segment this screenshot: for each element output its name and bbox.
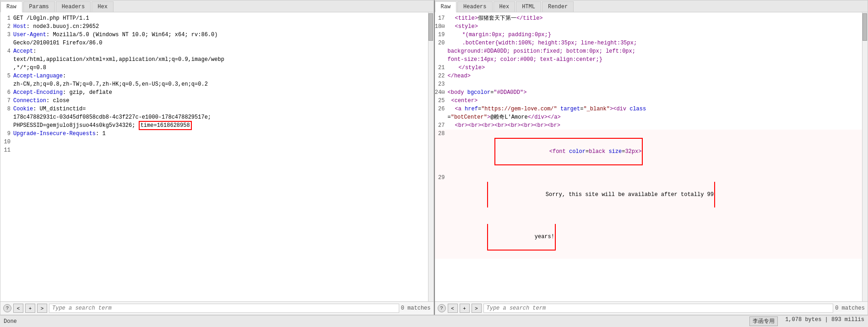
table-row: 20 .botCenter{width:100%; height:35px; l… [435, 39, 863, 47]
status-label: 李函专用 [749, 316, 778, 326]
right-pane: Raw Headers Hex HTML Render 17 <title>假猪… [434, 0, 868, 315]
table-row: 9 Upgrade-Insecure-Requests: 1 [0, 130, 428, 138]
left-tab-bar: Raw Params Headers Hex [0, 0, 434, 12]
status-done: Done [4, 318, 17, 325]
highlight-time: time=1618628958 [139, 121, 192, 130]
right-tab-html[interactable]: HTML [516, 1, 541, 12]
table-row: 8 Cookie: UM_distinctid= [0, 105, 428, 113]
right-scrollbar-thumb[interactable] [863, 13, 867, 41]
left-scrollbar[interactable] [428, 12, 434, 301]
right-tab-hex[interactable]: Hex [494, 1, 515, 12]
table-row: 10 [0, 138, 428, 146]
table-row: ,*/*;q=0.8 [0, 64, 428, 72]
right-search-input[interactable] [483, 304, 834, 313]
table-row: 28 <font color=black size=32px> [435, 130, 863, 174]
left-plus-button[interactable]: + [25, 304, 35, 313]
table-row: 29 Sorry, this site will be available af… [435, 174, 863, 216]
table-row: 19 *(margin:0px; padding:0px;} [435, 31, 863, 39]
right-scrollbar[interactable] [862, 12, 868, 301]
right-help-button[interactable]: ? [438, 304, 446, 312]
table-row: 22 </head> [435, 72, 863, 80]
table-row: 24⊟ <body bgcolor="#DDA0DD"> [435, 88, 863, 97]
left-tab-raw[interactable]: Raw [0, 1, 22, 12]
table-row: PHPSESSID=gemjulo8jjsuo44s0kg5v34326; ti… [0, 121, 428, 130]
status-bar: Done 李函专用 1,078 bytes | 893 millis [0, 315, 868, 327]
table-row: 27 <br><br><br><br><br><br><br><br> [435, 121, 863, 130]
table-row: 7 Connection: close [0, 97, 428, 105]
table-row: 25 <center> [435, 97, 863, 105]
table-row: 18⊟ <style> [435, 22, 863, 31]
table-row: 178c47882931c-03d45df0858cdb8-4c3f227c-e… [0, 113, 428, 121]
right-tab-render[interactable]: Render [542, 1, 574, 12]
right-plus-button[interactable]: + [460, 304, 470, 313]
table-row: 2 Host: node3.buuoj.cn:29652 [0, 22, 428, 31]
left-tab-hex[interactable]: Hex [92, 1, 114, 12]
left-help-button[interactable]: ? [3, 304, 11, 312]
left-scrollbar-thumb[interactable] [429, 13, 433, 41]
table-row: 26 <a href="https://gem-love.com/" targe… [435, 105, 863, 113]
table-row: 21 </style> [435, 64, 863, 72]
table-row: 4 Accept: [0, 47, 428, 55]
left-tab-headers[interactable]: Headers [56, 1, 91, 12]
table-row: font-size:14px; color:#000; text-align:c… [435, 55, 863, 64]
right-search-bar: ? < + > 0 matches [435, 301, 868, 315]
right-tab-bar: Raw Headers Hex HTML Render [435, 0, 868, 12]
right-content: 17 <title>假猪套天下第一</title> 18⊟ <style> 19… [435, 12, 863, 301]
left-pane: Raw Params Headers Hex 1 GET /L0gln.php … [0, 0, 434, 315]
table-row: background:#DDA0DD; position:fixed; bott… [435, 47, 863, 55]
right-tab-raw[interactable]: Raw [435, 1, 457, 12]
status-bytes: 1,078 bytes | 893 millis [785, 316, 864, 326]
left-search-matches: 0 matches [401, 305, 431, 311]
table-row: text/html,application/xhtml+xml,applicat… [0, 55, 428, 64]
table-row: 1 GET /L0gln.php HTTP/1.1 [0, 14, 428, 22]
right-tab-headers[interactable]: Headers [457, 1, 492, 12]
right-highlight-content-end: years! [487, 224, 556, 251]
table-row: 23 [435, 80, 863, 88]
right-highlight-box: <font color=black size=32px> [494, 138, 643, 165]
table-row: 3 User-Agent: Mozilla/5.0 (Windows NT 10… [0, 31, 428, 39]
table-row: zh-CN,zh;q=0.8,zh-TW;q=0.7,zh-HK;q=0.5,e… [0, 80, 428, 88]
table-row: 17 <title>假猪套天下第一</title> [435, 14, 863, 22]
table-row: 6 Accept-Encoding: gzip, deflate [0, 88, 428, 97]
table-row: 11 [0, 146, 428, 154]
right-search-matches: 0 matches [835, 305, 865, 311]
left-tab-params[interactable]: Params [23, 1, 55, 12]
right-prev-button[interactable]: < [448, 304, 458, 313]
table-row: ="botCenter">@赖奇L'Amore</div></a> [435, 113, 863, 121]
table-row: Gecko/20100101 Firefox/86.0 [0, 39, 428, 47]
right-next-button[interactable]: > [472, 304, 482, 313]
left-search-input[interactable] [49, 304, 399, 313]
right-highlight-content: Sorry, this site will be available after… [487, 182, 715, 207]
left-search-bar: ? < + > 0 matches [0, 301, 434, 315]
left-content: 1 GET /L0gln.php HTTP/1.1 2 Host: node3.… [0, 12, 428, 301]
left-next-button[interactable]: > [37, 304, 47, 313]
left-prev-button[interactable]: < [13, 304, 23, 313]
table-row: years! [435, 216, 863, 259]
table-row: 5 Accept-Language: [0, 72, 428, 80]
